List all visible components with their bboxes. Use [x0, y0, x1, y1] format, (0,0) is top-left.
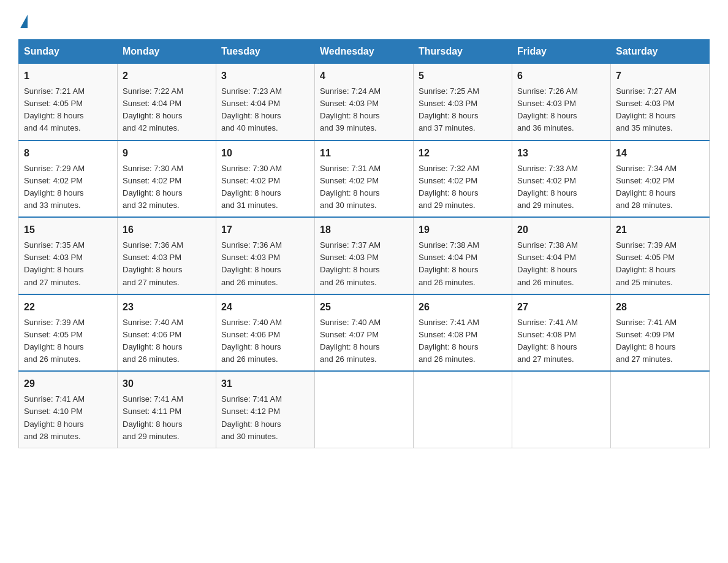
day-number: 18 [320, 223, 408, 237]
header-cell-saturday: Saturday [611, 40, 710, 64]
day-cell: 15 Sunrise: 7:35 AMSunset: 4:03 PMDaylig… [19, 217, 118, 294]
day-info: Sunrise: 7:36 AMSunset: 4:03 PMDaylight:… [221, 240, 282, 286]
day-cell: 25 Sunrise: 7:40 AMSunset: 4:07 PMDaylig… [315, 294, 414, 372]
logo [18, 12, 28, 27]
day-info: Sunrise: 7:35 AMSunset: 4:03 PMDaylight:… [24, 240, 85, 286]
day-number: 3 [221, 69, 309, 83]
day-number: 23 [123, 300, 211, 315]
day-info: Sunrise: 7:22 AMSunset: 4:04 PMDaylight:… [123, 86, 183, 132]
day-info: Sunrise: 7:33 AMSunset: 4:02 PMDaylight:… [517, 164, 578, 210]
day-number: 27 [517, 300, 605, 315]
header-cell-thursday: Thursday [414, 40, 512, 64]
day-cell: 2 Sunrise: 7:22 AMSunset: 4:04 PMDayligh… [118, 64, 216, 140]
day-number: 12 [419, 146, 507, 161]
day-number: 14 [616, 146, 704, 161]
day-cell: 7 Sunrise: 7:27 AMSunset: 4:03 PMDayligh… [611, 64, 710, 140]
day-info: Sunrise: 7:41 AMSunset: 4:09 PMDaylight:… [616, 318, 677, 364]
day-number: 8 [24, 146, 112, 161]
day-number: 22 [24, 300, 112, 315]
day-cell: 26 Sunrise: 7:41 AMSunset: 4:08 PMDaylig… [414, 294, 512, 372]
day-number: 30 [123, 377, 211, 391]
calendar-header: SundayMondayTuesdayWednesdayThursdayFrid… [19, 40, 710, 64]
day-info: Sunrise: 7:40 AMSunset: 4:06 PMDaylight:… [221, 318, 282, 364]
day-info: Sunrise: 7:41 AMSunset: 4:11 PMDaylight:… [123, 394, 183, 440]
week-row-1: 1 Sunrise: 7:21 AMSunset: 4:05 PMDayligh… [19, 64, 710, 140]
day-info: Sunrise: 7:41 AMSunset: 4:10 PMDaylight:… [24, 394, 85, 440]
day-info: Sunrise: 7:41 AMSunset: 4:08 PMDaylight:… [517, 318, 578, 364]
day-info: Sunrise: 7:41 AMSunset: 4:08 PMDaylight:… [419, 318, 479, 364]
day-number: 6 [517, 69, 605, 83]
calendar-table: SundayMondayTuesdayWednesdayThursdayFrid… [18, 39, 710, 448]
logo-top [18, 12, 28, 28]
day-number: 29 [24, 377, 112, 391]
logo-triangle-icon [20, 15, 28, 28]
day-cell [611, 371, 710, 448]
day-number: 31 [221, 377, 309, 391]
calendar-body: 1 Sunrise: 7:21 AMSunset: 4:05 PMDayligh… [19, 64, 710, 448]
day-number: 7 [616, 69, 704, 83]
day-info: Sunrise: 7:39 AMSunset: 4:05 PMDaylight:… [24, 318, 85, 364]
day-number: 25 [320, 300, 408, 315]
day-cell: 8 Sunrise: 7:29 AMSunset: 4:02 PMDayligh… [19, 140, 118, 218]
day-cell [512, 371, 611, 448]
day-info: Sunrise: 7:38 AMSunset: 4:04 PMDaylight:… [517, 240, 578, 286]
week-row-3: 15 Sunrise: 7:35 AMSunset: 4:03 PMDaylig… [19, 217, 710, 294]
day-info: Sunrise: 7:37 AMSunset: 4:03 PMDaylight:… [320, 240, 381, 286]
day-number: 13 [517, 146, 605, 161]
day-number: 11 [320, 146, 408, 161]
day-cell: 22 Sunrise: 7:39 AMSunset: 4:05 PMDaylig… [19, 294, 118, 372]
day-cell: 18 Sunrise: 7:37 AMSunset: 4:03 PMDaylig… [315, 217, 414, 294]
day-number: 17 [221, 223, 309, 237]
day-number: 16 [123, 223, 211, 237]
day-info: Sunrise: 7:29 AMSunset: 4:02 PMDaylight:… [24, 164, 85, 210]
day-info: Sunrise: 7:41 AMSunset: 4:12 PMDaylight:… [221, 394, 282, 440]
day-cell: 27 Sunrise: 7:41 AMSunset: 4:08 PMDaylig… [512, 294, 611, 372]
day-info: Sunrise: 7:39 AMSunset: 4:05 PMDaylight:… [616, 240, 677, 286]
day-cell [414, 371, 512, 448]
day-cell: 3 Sunrise: 7:23 AMSunset: 4:04 PMDayligh… [216, 64, 315, 140]
day-cell: 23 Sunrise: 7:40 AMSunset: 4:06 PMDaylig… [118, 294, 216, 372]
day-cell: 31 Sunrise: 7:41 AMSunset: 4:12 PMDaylig… [216, 371, 315, 448]
day-cell: 21 Sunrise: 7:39 AMSunset: 4:05 PMDaylig… [611, 217, 710, 294]
day-number: 19 [419, 223, 507, 237]
day-cell: 24 Sunrise: 7:40 AMSunset: 4:06 PMDaylig… [216, 294, 315, 372]
day-cell: 9 Sunrise: 7:30 AMSunset: 4:02 PMDayligh… [118, 140, 216, 218]
day-cell: 14 Sunrise: 7:34 AMSunset: 4:02 PMDaylig… [611, 140, 710, 218]
day-number: 28 [616, 300, 704, 315]
week-row-2: 8 Sunrise: 7:29 AMSunset: 4:02 PMDayligh… [19, 140, 710, 218]
day-info: Sunrise: 7:24 AMSunset: 4:03 PMDaylight:… [320, 86, 381, 132]
day-cell: 6 Sunrise: 7:26 AMSunset: 4:03 PMDayligh… [512, 64, 611, 140]
day-number: 2 [123, 69, 211, 83]
day-info: Sunrise: 7:31 AMSunset: 4:02 PMDaylight:… [320, 164, 381, 210]
day-cell: 29 Sunrise: 7:41 AMSunset: 4:10 PMDaylig… [19, 371, 118, 448]
header [18, 12, 710, 27]
header-cell-tuesday: Tuesday [216, 40, 315, 64]
day-number: 10 [221, 146, 309, 161]
day-number: 1 [24, 69, 112, 83]
page-wrapper: SundayMondayTuesdayWednesdayThursdayFrid… [0, 0, 728, 461]
day-cell: 12 Sunrise: 7:32 AMSunset: 4:02 PMDaylig… [414, 140, 512, 218]
day-number: 4 [320, 69, 408, 83]
day-number: 20 [517, 223, 605, 237]
day-cell: 19 Sunrise: 7:38 AMSunset: 4:04 PMDaylig… [414, 217, 512, 294]
week-row-4: 22 Sunrise: 7:39 AMSunset: 4:05 PMDaylig… [19, 294, 710, 372]
day-info: Sunrise: 7:25 AMSunset: 4:03 PMDaylight:… [419, 86, 479, 132]
day-cell: 30 Sunrise: 7:41 AMSunset: 4:11 PMDaylig… [118, 371, 216, 448]
day-cell: 11 Sunrise: 7:31 AMSunset: 4:02 PMDaylig… [315, 140, 414, 218]
header-cell-wednesday: Wednesday [315, 40, 414, 64]
day-cell: 17 Sunrise: 7:36 AMSunset: 4:03 PMDaylig… [216, 217, 315, 294]
day-cell: 16 Sunrise: 7:36 AMSunset: 4:03 PMDaylig… [118, 217, 216, 294]
day-number: 24 [221, 300, 309, 315]
header-cell-monday: Monday [118, 40, 216, 64]
header-cell-friday: Friday [512, 40, 611, 64]
day-info: Sunrise: 7:38 AMSunset: 4:04 PMDaylight:… [419, 240, 479, 286]
day-info: Sunrise: 7:27 AMSunset: 4:03 PMDaylight:… [616, 86, 677, 132]
day-cell [315, 371, 414, 448]
day-number: 21 [616, 223, 704, 237]
day-info: Sunrise: 7:32 AMSunset: 4:02 PMDaylight:… [419, 164, 479, 210]
day-info: Sunrise: 7:40 AMSunset: 4:06 PMDaylight:… [123, 318, 183, 364]
day-info: Sunrise: 7:26 AMSunset: 4:03 PMDaylight:… [517, 86, 578, 132]
week-row-5: 29 Sunrise: 7:41 AMSunset: 4:10 PMDaylig… [19, 371, 710, 448]
day-cell: 28 Sunrise: 7:41 AMSunset: 4:09 PMDaylig… [611, 294, 710, 372]
header-cell-sunday: Sunday [19, 40, 118, 64]
